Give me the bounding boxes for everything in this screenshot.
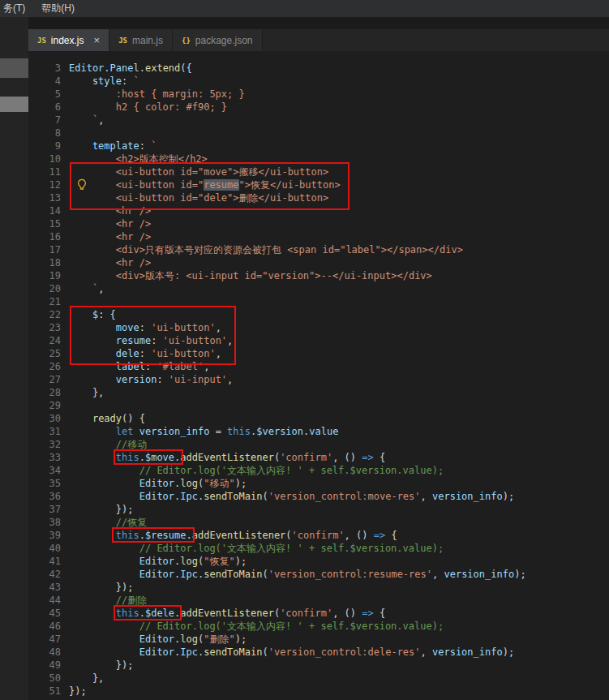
code-editor[interactable]: 3Editor.Panel.extend({4 style: `5 :host … (28, 51, 609, 700)
line-number: 46 (28, 620, 61, 633)
code-text: <ui-button id="resume">恢复</ui-button> (61, 178, 341, 191)
tab-index.js[interactable]: JSindex.js× (28, 29, 109, 51)
line-number: 4 (28, 75, 61, 88)
code-text: <hr /> (61, 217, 151, 230)
code-text: }); (61, 503, 133, 516)
code-text: Editor.log("删除"); (61, 633, 247, 646)
code-line[interactable]: 20 `, (28, 282, 609, 295)
code-line[interactable]: 40 // Editor.log('文本输入内容! ' + self.$vers… (28, 542, 609, 555)
line-number: 49 (28, 659, 61, 672)
tab-bar: JSindex.js×JSmain.js{}package.json (28, 29, 609, 51)
code-line[interactable]: 21 (28, 295, 609, 308)
code-line[interactable]: 38 //恢复 (28, 516, 609, 529)
code-text: template: ` (61, 140, 157, 152)
code-line[interactable]: 6 h2 { color: #f90; } (28, 101, 609, 114)
code-line[interactable]: 50 }, (28, 672, 609, 685)
code-line[interactable]: 37 }); (28, 503, 609, 516)
code-text: let version_info = this.$version.value (61, 425, 338, 438)
line-number: 51 (28, 685, 61, 698)
tab-main.js[interactable]: JSmain.js (109, 29, 173, 51)
code-line[interactable]: 32 //移动 (28, 438, 609, 451)
code-text: move: 'ui-button', (61, 321, 221, 334)
code-line[interactable]: 12 <ui-button id="resume">恢复</ui-button> (28, 178, 609, 191)
code-line[interactable]: 3Editor.Panel.extend({ (28, 62, 609, 75)
line-number: 22 (28, 308, 61, 321)
code-text: }); (61, 659, 133, 672)
code-line[interactable]: 33 this.$move.addEventListener('confirm'… (28, 451, 609, 464)
line-number: 20 (28, 282, 61, 295)
line-number: 5 (28, 88, 61, 101)
code-line[interactable]: 31 let version_info = this.$version.valu… (28, 425, 609, 438)
code-text: <hr /> (61, 230, 151, 243)
line-number: 27 (28, 373, 61, 386)
code-text (61, 127, 69, 140)
code-line[interactable]: 42 Editor.Ipc.sendToMain('version_contro… (28, 568, 609, 581)
code-line[interactable]: 14 <hr /> (28, 204, 609, 217)
line-number: 50 (28, 672, 61, 685)
code-text: Editor.Ipc.sendToMain('version_control:r… (61, 568, 526, 581)
code-line[interactable]: 51}); (28, 685, 609, 698)
code-line[interactable]: 15 <hr /> (28, 217, 609, 230)
code-line[interactable]: 35 Editor.log("移动"); (28, 477, 609, 490)
line-number: 33 (28, 451, 61, 464)
code-line[interactable]: 7 `, (28, 114, 609, 127)
line-number: 25 (28, 347, 61, 360)
code-line[interactable]: 30 ready() { (28, 412, 609, 425)
code-line[interactable]: 48 Editor.Ipc.sendToMain('version_contro… (28, 646, 609, 659)
line-number: 40 (28, 542, 61, 555)
code-line[interactable]: 43 }); (28, 581, 609, 594)
code-line[interactable]: 22 $: { (28, 308, 609, 321)
menu-item-help[interactable]: 帮助(H) (40, 2, 76, 15)
code-line[interactable]: 17 <div>只有版本号对应的资源会被打包 <span id="label">… (28, 243, 609, 256)
code-line[interactable]: 13 <ui-button id="dele">删除</ui-button> (28, 191, 609, 204)
menu-item-task[interactable]: 务(T) (2, 2, 27, 15)
line-number: 14 (28, 204, 61, 217)
code-line[interactable]: 29 (28, 399, 609, 412)
code-line[interactable]: 34 // Editor.log('文本输入内容! ' + self.$vers… (28, 464, 609, 477)
code-line[interactable]: 19 <div>版本号: <ui-input id="version">--</… (28, 269, 609, 282)
line-number: 47 (28, 633, 61, 646)
line-number: 9 (28, 140, 61, 152)
code-text: <ui-button id="move">搬移</ui-button> (61, 165, 328, 178)
code-line[interactable]: 4 style: ` (28, 75, 609, 88)
code-text: }); (61, 685, 87, 698)
left-panel-item[interactable] (0, 58, 28, 78)
line-number: 10 (28, 152, 61, 165)
code-line[interactable]: 11 <ui-button id="move">搬移</ui-button> (28, 165, 609, 178)
code-line[interactable]: 47 Editor.log("删除"); (28, 633, 609, 646)
code-line[interactable]: 25 dele: 'ui-button', (28, 347, 609, 360)
code-line[interactable]: 28 }, (28, 386, 609, 399)
code-line[interactable]: 36 Editor.Ipc.sendToMain('version_contro… (28, 490, 609, 503)
code-line[interactable]: 16 <hr /> (28, 230, 609, 243)
left-panel-item[interactable] (0, 97, 28, 112)
close-icon[interactable]: × (94, 35, 101, 45)
code-line[interactable]: 18 <hr /> (28, 256, 609, 269)
code-line[interactable]: 5 :host { margin: 5px; } (28, 88, 609, 101)
code-line[interactable]: 10 <h2>版本控制</h2> (28, 152, 609, 165)
menu-bar: 务(T) 帮助(H) (0, 0, 609, 17)
code-text: //删除 (61, 594, 147, 607)
line-number: 17 (28, 243, 61, 256)
code-line[interactable]: 27 version: 'ui-input', (28, 373, 609, 386)
code-text: :host { margin: 5px; } (61, 88, 245, 101)
code-text (61, 295, 69, 308)
code-line[interactable]: 46 // Editor.log('文本输入内容! ' + self.$vers… (28, 620, 609, 633)
tab-package.json[interactable]: {}package.json (173, 29, 263, 51)
code-line[interactable]: 39 this.$resume.addEventListener('confir… (28, 529, 609, 542)
code-line[interactable]: 26 label: '#label', (28, 360, 609, 373)
code-line[interactable]: 23 move: 'ui-button', (28, 321, 609, 334)
code-line[interactable]: 44 //删除 (28, 594, 609, 607)
code-text: dele: 'ui-button', (61, 347, 221, 360)
code-line[interactable]: 41 Editor.log("恢复"); (28, 555, 609, 568)
line-number: 42 (28, 568, 61, 581)
line-number: 43 (28, 581, 61, 594)
code-text: //移动 (61, 438, 147, 451)
code-text: <hr /> (61, 204, 151, 217)
code-line[interactable]: 24 resume: 'ui-button', (28, 334, 609, 347)
code-line[interactable]: 8 (28, 127, 609, 140)
code-line[interactable]: 45 this.$dele.addEventListener('confirm'… (28, 607, 609, 620)
code-text: Editor.Ipc.sendToMain('version_control:d… (61, 646, 514, 659)
code-line[interactable]: 9 template: ` (28, 140, 609, 152)
code-line[interactable]: 49 }); (28, 659, 609, 672)
line-number: 29 (28, 399, 61, 412)
